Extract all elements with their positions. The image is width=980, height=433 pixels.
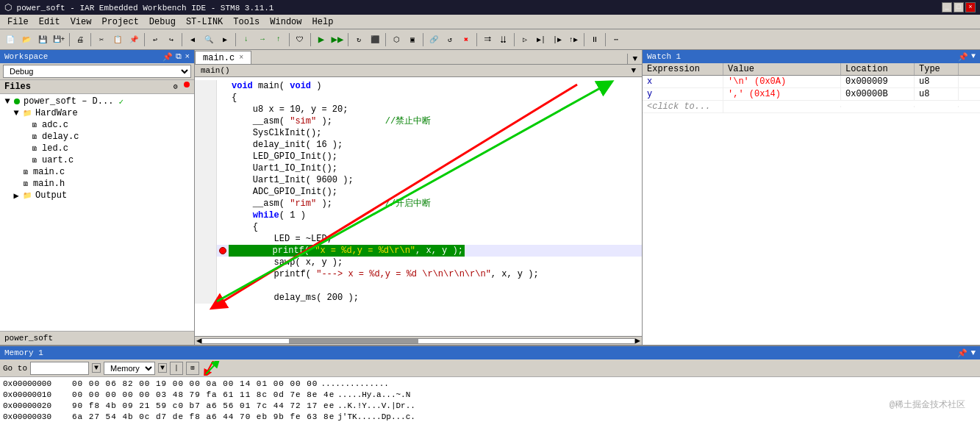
watch-pin-icon[interactable]: 📌 bbox=[958, 52, 968, 62]
memory-dropdown[interactable]: Memory bbox=[104, 362, 155, 375]
top-area: Workspace 📌 ⧉ × Debug Files ⚙ bbox=[0, 50, 980, 345]
new-file-button[interactable]: 📄 bbox=[3, 32, 18, 47]
tree-item-delay[interactable]: 🗎 delay.c bbox=[0, 131, 194, 143]
scroll-left-btn[interactable]: ◀ bbox=[196, 335, 201, 345]
debug-step-button[interactable]: ▷ bbox=[518, 32, 532, 47]
line-gutter-13 bbox=[217, 221, 229, 233]
output-folder-icon: 📁 bbox=[23, 191, 32, 200]
watch-click-loc bbox=[841, 106, 915, 107]
run-button[interactable]: ▶ bbox=[314, 32, 329, 47]
chip-button[interactable]: ▣ bbox=[405, 32, 420, 47]
scroll-thumb[interactable] bbox=[289, 339, 418, 343]
print-button[interactable]: 🖨 bbox=[73, 32, 87, 47]
code-line-6: delay_init( 16 ); bbox=[195, 139, 642, 151]
redo-button[interactable]: ↪ bbox=[164, 32, 179, 47]
menu-help[interactable]: Help bbox=[308, 16, 338, 28]
watch-header-controls: 📌 ▼ bbox=[958, 52, 976, 62]
watch-row-add[interactable]: <click to... bbox=[643, 101, 980, 113]
menu-window[interactable]: Window bbox=[265, 16, 306, 28]
workspace-float-icon[interactable]: ⧉ bbox=[176, 52, 182, 62]
memory-pin-icon[interactable]: 📌 bbox=[957, 348, 968, 358]
menu-debug[interactable]: Debug bbox=[145, 16, 180, 28]
reload-button[interactable]: ↻ bbox=[351, 32, 366, 47]
tree-item-mainh[interactable]: 🗎 main.h bbox=[0, 178, 194, 190]
watch-val-x: '\n' (0x0A) bbox=[723, 76, 841, 87]
nav-back-button[interactable]: ◀ bbox=[185, 32, 200, 47]
arrow-left-button[interactable]: ⮆ bbox=[480, 32, 495, 47]
breakpoint-icon[interactable] bbox=[219, 247, 226, 254]
step-over-button[interactable]: → bbox=[255, 32, 270, 47]
horizontal-scrollbar[interactable] bbox=[201, 338, 635, 344]
debug-dropdown[interactable]: Debug bbox=[3, 65, 191, 78]
refresh-button[interactable]: ↺ bbox=[443, 32, 457, 47]
nav-fwd-button[interactable]: ▶ bbox=[218, 32, 232, 47]
undo-button[interactable]: ↩ bbox=[148, 32, 162, 47]
copy-button[interactable]: 📋 bbox=[110, 32, 125, 47]
close-button[interactable]: × bbox=[965, 2, 976, 12]
files-record-icon[interactable] bbox=[184, 82, 190, 87]
memory-row-3: 0x00000030 6a 27 54 4b 0c d7 de f8 a6 44… bbox=[3, 412, 977, 423]
editor-content[interactable]: void main( void ) { u8 x = 10, y = 20; _… bbox=[195, 77, 642, 336]
editor-right-btn[interactable]: ▼ bbox=[631, 66, 636, 75]
memory-icon-btn-1[interactable]: | bbox=[170, 362, 183, 375]
save-all-button[interactable]: 💾+ bbox=[51, 32, 66, 47]
tree-item-adc[interactable]: 🗎 adc.c bbox=[0, 119, 194, 131]
connect-button[interactable]: 🔗 bbox=[426, 32, 441, 47]
goto-input[interactable] bbox=[30, 362, 89, 375]
open-file-button[interactable]: 📂 bbox=[19, 32, 34, 47]
pause-button[interactable]: ⏸ bbox=[587, 32, 602, 47]
cut-button[interactable]: ✂ bbox=[94, 32, 109, 47]
maximize-button[interactable]: □ bbox=[954, 2, 964, 12]
workspace-pin-icon[interactable]: 📌 bbox=[162, 52, 173, 62]
watch-val-y: ',' (0x14) bbox=[723, 88, 841, 100]
workspace-close-icon[interactable]: × bbox=[185, 52, 190, 62]
arrow-right-button[interactable]: ⮇ bbox=[496, 32, 511, 47]
goto-dropdown-btn[interactable]: ▼ bbox=[92, 363, 101, 373]
more-button[interactable]: ⋯ bbox=[609, 32, 623, 47]
code-line-2: { bbox=[195, 92, 642, 104]
function-breadcrumb: main() ▼ bbox=[195, 65, 642, 77]
stop-red-button[interactable]: ✖ bbox=[459, 32, 473, 47]
paste-button[interactable]: 📌 bbox=[126, 32, 141, 47]
menu-edit[interactable]: Edit bbox=[35, 16, 65, 28]
editor-scroll-btn[interactable]: ▼ bbox=[627, 54, 642, 64]
delay-file-icon bbox=[21, 132, 29, 141]
step-out-button[interactable]: ↑ bbox=[271, 32, 286, 47]
step-into-button[interactable]: ↓ bbox=[239, 32, 254, 47]
tree-item-uart[interactable]: 🗎 uart.c bbox=[0, 154, 194, 166]
build-button[interactable]: ▶▶ bbox=[330, 32, 345, 47]
search-button[interactable]: 🔍 bbox=[201, 32, 216, 47]
shield-button[interactable]: 🛡 bbox=[293, 32, 307, 47]
menu-view[interactable]: View bbox=[66, 16, 96, 28]
code-line-16: sawp( x, y ); bbox=[195, 257, 642, 268]
menu-file[interactable]: File bbox=[3, 16, 33, 28]
menu-project[interactable]: Project bbox=[97, 16, 143, 28]
watch-dropdown-btn[interactable]: ▼ bbox=[971, 52, 976, 62]
tree-item-output[interactable]: ▶ 📁 Output bbox=[0, 190, 194, 201]
memory-icon-btn-2[interactable]: ⊞ bbox=[186, 362, 199, 375]
tree-item-mainc[interactable]: 🗎 main.c bbox=[0, 166, 194, 178]
save-button[interactable]: 💾 bbox=[35, 32, 50, 47]
tab-mainc[interactable]: main.c × bbox=[195, 51, 251, 64]
menu-stlink[interactable]: ST-LINK bbox=[182, 16, 227, 28]
watch-row-x[interactable]: x '\n' (0x0A) 0x000009 u8 bbox=[643, 76, 980, 88]
debug-ret-button[interactable]: ↑▶ bbox=[566, 32, 581, 47]
debug-next-button[interactable]: ▶| bbox=[534, 32, 548, 47]
files-settings-icon[interactable]: ⚙ bbox=[171, 82, 181, 92]
tree-item-hardware[interactable]: ▼ 📁 HardWare bbox=[0, 107, 194, 119]
scroll-right-btn[interactable]: ▶ bbox=[635, 335, 640, 345]
debug-over-button[interactable]: |▶ bbox=[550, 32, 565, 47]
tree-item-project[interactable]: ▼ power_soft – D... ✓ bbox=[0, 96, 194, 107]
menu-tools[interactable]: Tools bbox=[229, 16, 264, 28]
watch-row-y[interactable]: y ',' (0x14) 0x00000B u8 bbox=[643, 88, 980, 101]
code-line-18 bbox=[195, 280, 642, 292]
editor-scrollbar-h[interactable]: ◀ ▶ bbox=[195, 336, 642, 345]
memory-dropdown-icon[interactable]: ▼ bbox=[970, 348, 976, 358]
tree-item-led[interactable]: 🗎 led.c bbox=[0, 143, 194, 154]
plugin-button[interactable]: ⬡ bbox=[389, 32, 404, 47]
stop-button[interactable]: ⬛ bbox=[368, 32, 382, 47]
line-num-6 bbox=[195, 139, 217, 151]
minimize-button[interactable]: _ bbox=[942, 2, 952, 12]
tab-mainc-close[interactable]: × bbox=[239, 54, 243, 62]
memory-dropdown-btn[interactable]: ▼ bbox=[158, 363, 167, 373]
